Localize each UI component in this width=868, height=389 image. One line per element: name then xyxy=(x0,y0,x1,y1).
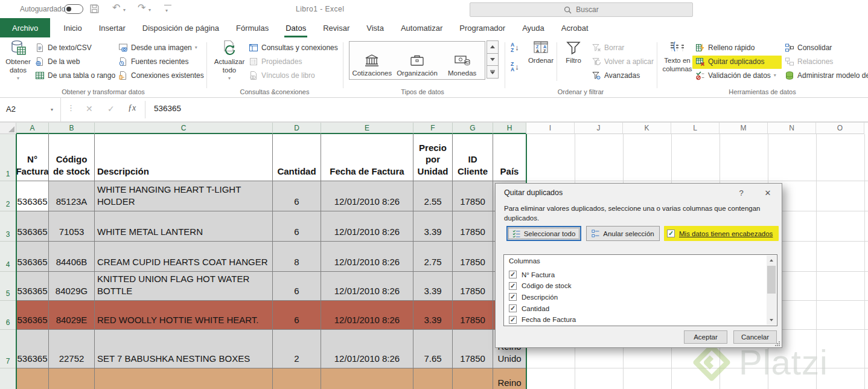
checkbox-icon[interactable]: ✓ xyxy=(509,271,517,278)
cell-F4[interactable]: 2.75 xyxy=(413,242,453,272)
cell-E3[interactable]: 12/01/2010 8:26 xyxy=(321,211,413,242)
cell-F6[interactable]: 3.39 xyxy=(413,301,453,330)
cell-F5[interactable]: 3.39 xyxy=(413,272,453,301)
column-header-B[interactable]: B xyxy=(49,123,95,134)
gallery-up-button[interactable] xyxy=(487,40,499,54)
tab-programador[interactable]: Programador xyxy=(451,18,514,37)
data-type-monedas[interactable]: Monedas xyxy=(439,42,485,79)
cell-A5[interactable]: 536365 xyxy=(16,272,49,301)
cell-A1[interactable]: N° Factura xyxy=(16,134,49,181)
resize-dots-icon[interactable]: ⋮ xyxy=(67,103,75,112)
cell-D8[interactable]: 6 xyxy=(273,368,321,389)
column-header-O[interactable]: O xyxy=(816,123,864,134)
tab-formulas[interactable]: Fórmulas xyxy=(228,18,277,37)
cell-D1[interactable]: Cantidad xyxy=(273,134,321,181)
cell-G3[interactable]: 17850 xyxy=(453,211,493,242)
column-header-K[interactable]: K xyxy=(623,123,671,134)
gallery-more-button[interactable] xyxy=(487,65,499,79)
ribbon-item-desde-imagen[interactable]: Desde una imagen▾ xyxy=(118,41,197,54)
cell-D3[interactable]: 6 xyxy=(273,211,321,242)
cell-D4[interactable]: 8 xyxy=(273,242,321,272)
ribbon-item-de-una-tabla[interactable]: De una tabla o rango xyxy=(35,69,115,82)
cell-E2[interactable]: 12/01/2010 8:26 xyxy=(321,181,413,211)
ribbon-item-validacion-datos[interactable]: Validación de datos▾ xyxy=(695,69,776,82)
cell-C2[interactable]: WHITE HANGING HEART T-LIGHT HOLDER xyxy=(95,181,273,211)
cell-A2[interactable]: 536365 xyxy=(16,181,49,211)
ribbon-item-quitar-duplicados[interactable]: Quitar duplicados xyxy=(695,55,764,68)
select-all-button[interactable]: Seleccionar todo xyxy=(506,226,581,241)
cell-B8[interactable]: 84029E xyxy=(49,368,95,389)
cell-C6[interactable]: RED WOOLLY HOTTIE WHITE HEART. xyxy=(95,301,273,330)
ribbon-item-fuentes-recientes[interactable]: Fuentes recientes xyxy=(118,55,188,68)
cell-G6[interactable]: 17850 xyxy=(453,301,493,330)
tab-archivo[interactable]: Archivo xyxy=(0,18,50,37)
ribbon-item-de-la-web[interactable]: De la web xyxy=(35,55,80,68)
cell-B1[interactable]: Código de stock xyxy=(49,134,95,181)
ribbon-item-relleno-rapido[interactable]: Relleno rápido xyxy=(695,41,755,54)
cell-C4[interactable]: CREAM CUPID HEARTS COAT HANGER xyxy=(95,242,273,272)
column-header-I[interactable]: I xyxy=(526,123,575,134)
tab-ayuda[interactable]: Ayuda xyxy=(514,18,553,37)
tab-inicio[interactable]: Inicio xyxy=(55,18,90,37)
sort-az-button[interactable]: AZ↓ xyxy=(511,42,519,53)
sort-za-button[interactable]: ZA↓ xyxy=(511,62,519,72)
cell-G5[interactable]: 17850 xyxy=(453,272,493,301)
data-type-organizacion[interactable]: Organización xyxy=(395,42,440,79)
cell-E7[interactable]: 12/01/2010 8:26 xyxy=(321,330,413,368)
cell-A7[interactable]: 536365 xyxy=(16,330,49,368)
dialog-column-option[interactable]: ✓ Descripción xyxy=(509,291,558,303)
dialog-close-button[interactable]: ✕ xyxy=(759,186,777,199)
tab-automatizar[interactable]: Automatizar xyxy=(392,18,451,37)
cell-F2[interactable]: 2.55 xyxy=(413,181,453,211)
tab-vista[interactable]: Vista xyxy=(358,18,392,37)
column-header-J[interactable]: J xyxy=(575,123,623,134)
cell-A6[interactable]: 536365 xyxy=(16,301,49,330)
ribbon-item-consultas-conexiones[interactable]: Consultas y conexiones xyxy=(249,41,338,54)
column-header-L[interactable]: L xyxy=(671,123,720,134)
cell-H1[interactable]: País xyxy=(493,134,526,181)
cell-F3[interactable]: 3.39 xyxy=(413,211,453,242)
cell-A4[interactable]: 536365 xyxy=(16,242,49,272)
cell-G1[interactable]: ID Cliente xyxy=(453,134,493,181)
cell-G8[interactable]: 17850 xyxy=(453,368,493,389)
cell-A8[interactable]: 536365 xyxy=(16,368,49,389)
cell-E4[interactable]: 12/01/2010 8:26 xyxy=(321,242,413,272)
select-all-corner[interactable] xyxy=(0,123,16,134)
dialog-column-option[interactable]: ✓ Cantidad xyxy=(509,303,549,314)
cell-E8[interactable]: 12/01/2010 8:26 xyxy=(321,368,413,389)
column-header-M[interactable]: M xyxy=(720,123,768,134)
row-header-3[interactable]: 3 xyxy=(0,211,16,242)
search-box[interactable]: Buscar xyxy=(470,2,693,17)
dialog-column-option[interactable]: ✓ Código de stock xyxy=(509,280,571,292)
dialog-column-option[interactable]: ✓ N° Factura xyxy=(509,269,555,280)
filter-button[interactable]: Filtro xyxy=(560,40,587,65)
name-box[interactable]: A2 ▾ xyxy=(0,98,61,121)
dialog-column-option[interactable]: ✓ Fecha de Factura xyxy=(509,314,576,326)
cell-B4[interactable]: 84406B xyxy=(49,242,95,272)
cell-D7[interactable]: 2 xyxy=(273,330,321,368)
column-header-N[interactable]: N xyxy=(768,123,816,134)
cell-B5[interactable]: 84029G xyxy=(49,272,95,301)
cell-F7[interactable]: 7.65 xyxy=(413,330,453,368)
ribbon-item-administrar-modelo[interactable]: Administrar modelo de xyxy=(785,69,868,82)
checkbox-icon[interactable]: ✓ xyxy=(509,316,517,324)
checkbox-icon[interactable]: ✓ xyxy=(509,304,517,312)
ribbon-item-avanzadas[interactable]: Avanzadas xyxy=(592,69,640,82)
data-type-cotizaciones[interactable]: Cotizaciones xyxy=(349,42,395,79)
formula-input-value[interactable]: 536365 xyxy=(154,104,181,113)
sort-button[interactable]: ZAAZ Ordenar xyxy=(526,40,555,65)
customize-qat-icon[interactable] xyxy=(164,5,171,5)
deselect-all-button[interactable]: Anular selección xyxy=(586,226,660,241)
cell-C5[interactable]: KNITTED UNION FLAG HOT WATER BOTTLE xyxy=(95,272,273,301)
scrollbar-thumb[interactable] xyxy=(767,266,776,294)
gallery-down-button[interactable] xyxy=(487,53,499,66)
cell-H8[interactable]: Reino Unido xyxy=(493,368,526,389)
scroll-down-button[interactable] xyxy=(767,315,776,325)
customize-qat-caret-icon[interactable]: ▾ xyxy=(165,8,168,13)
undo-caret-icon[interactable]: ▾ xyxy=(123,7,126,13)
cell-E5[interactable]: 12/01/2010 8:26 xyxy=(321,272,413,301)
cell-A3[interactable]: 536365 xyxy=(16,211,49,242)
ribbon-item-consolidar[interactable]: Consolidar xyxy=(785,41,832,54)
cell-C8[interactable]: RED WOOLLY HOTTIE WHITE HEART. xyxy=(95,368,273,389)
resize-grip[interactable] xyxy=(774,341,780,346)
